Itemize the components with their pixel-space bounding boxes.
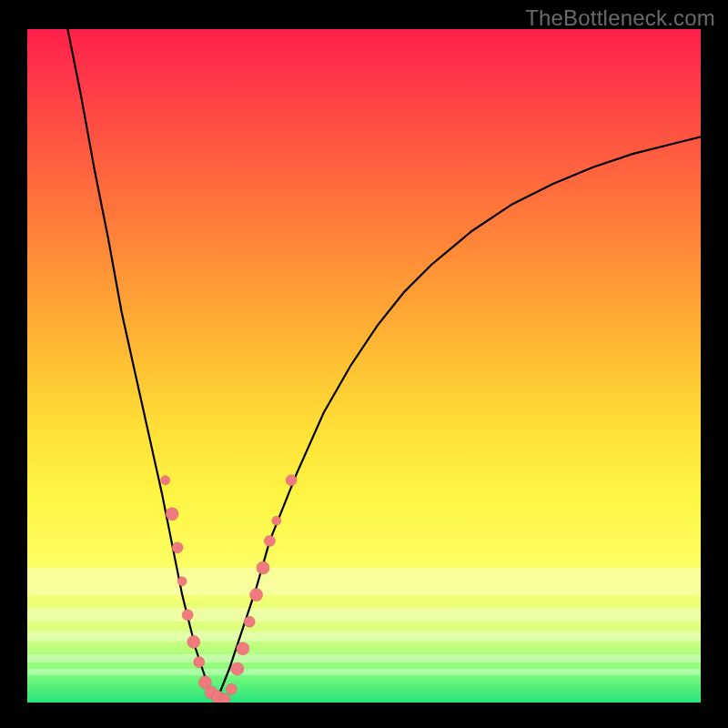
data-point: [187, 635, 200, 648]
curve-left-branch: [67, 29, 216, 703]
data-point: [264, 535, 275, 546]
data-point: [166, 508, 178, 521]
curve-right-branch: [216, 136, 701, 703]
data-point: [177, 577, 187, 586]
data-point: [231, 662, 244, 675]
data-point: [286, 475, 297, 486]
chart-svg: [27, 29, 701, 703]
plot-area: [27, 29, 701, 703]
data-point: [237, 642, 249, 655]
data-point: [244, 616, 255, 627]
data-point: [161, 476, 170, 485]
data-point: [194, 657, 205, 668]
data-point: [250, 589, 263, 602]
data-point: [272, 516, 281, 525]
data-point: [226, 683, 237, 694]
watermark-text: TheBottleneck.com: [525, 5, 715, 31]
data-point: [219, 693, 230, 703]
data-point: [172, 542, 183, 553]
data-point: [257, 561, 269, 574]
chart-frame: TheBottleneck.com: [0, 0, 728, 728]
data-point: [182, 610, 193, 621]
